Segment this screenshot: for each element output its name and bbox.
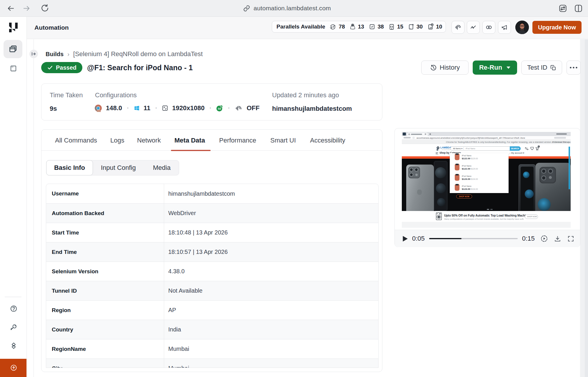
svg-text:Se: Se xyxy=(218,107,221,110)
